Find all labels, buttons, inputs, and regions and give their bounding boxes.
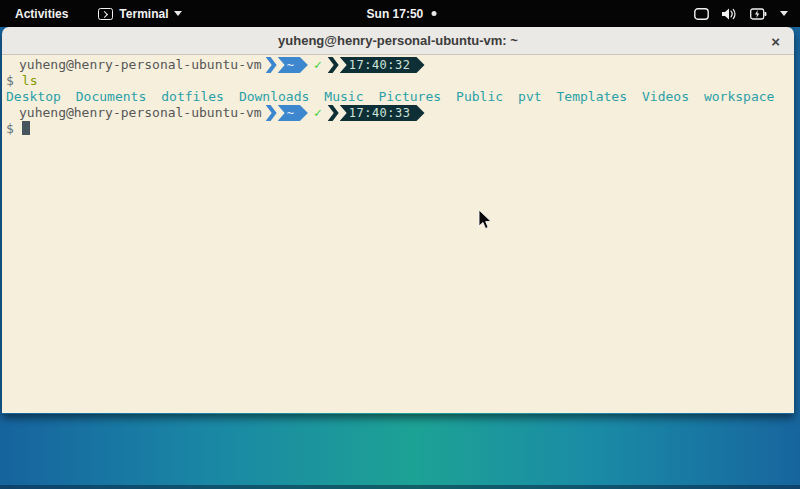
path-badge: ~ xyxy=(278,105,308,121)
file-entry: dotfiles xyxy=(161,89,224,104)
window-title: yuheng@henry-personal-ubuntu-vm: ~ xyxy=(278,33,518,48)
clock-label: Sun 17:50 xyxy=(367,7,424,21)
chevron-down-icon xyxy=(174,11,182,16)
powerline-chevron-icon xyxy=(266,57,277,73)
file-entry: Music xyxy=(324,89,363,104)
file-entry: Downloads xyxy=(239,89,309,104)
file-entry: Desktop xyxy=(6,89,61,104)
terminal-content[interactable]: yuheng@henry-personal-ubuntu-vm ~ ✓ 17:4… xyxy=(2,55,794,413)
app-menu-label: Terminal xyxy=(119,7,168,21)
clock[interactable]: Sun 17:50 xyxy=(367,7,437,21)
desktop-background: { "top_bar": { "activities_label": "Acti… xyxy=(0,0,800,489)
activities-button[interactable]: Activities xyxy=(11,5,72,23)
titlebar[interactable]: yuheng@henry-personal-ubuntu-vm: ~ × xyxy=(2,27,794,55)
top-bar: Activities Terminal Sun 17:50 xyxy=(0,0,800,27)
file-entry: Videos xyxy=(642,89,689,104)
time-badge: 17:40:32 xyxy=(340,57,425,73)
time-badge: 17:40:33 xyxy=(340,105,425,121)
file-entry: Public xyxy=(456,89,503,104)
tray-chevron-icon xyxy=(780,11,788,16)
mouse-cursor xyxy=(478,209,493,230)
prompt-status-check-icon: ✓ xyxy=(314,105,322,121)
file-entry: Pictures xyxy=(378,89,441,104)
path-badge: ~ xyxy=(278,57,308,73)
notification-dot xyxy=(431,11,436,16)
prompt-status-check-icon: ✓ xyxy=(314,57,322,73)
terminal-window: yuheng@henry-personal-ubuntu-vm: ~ × yuh… xyxy=(2,27,794,414)
system-tray[interactable] xyxy=(690,0,792,27)
prompt-line-2: yuheng@henry-personal-ubuntu-vm ~ ✓ 17:4… xyxy=(6,105,794,121)
powerline-chevron-icon xyxy=(328,105,339,121)
command-text: ls xyxy=(22,73,38,88)
desktop-bottom-strip xyxy=(0,485,800,489)
prompt-user: yuheng@henry-personal-ubuntu-vm xyxy=(19,105,262,121)
screencast-icon xyxy=(694,8,709,20)
file-entry: pvt xyxy=(518,89,541,104)
terminal-app-icon xyxy=(98,8,113,20)
battery-icon xyxy=(750,8,767,20)
close-button[interactable]: × xyxy=(771,33,780,48)
file-entry: Documents xyxy=(76,89,146,104)
prompt-line-1: yuheng@henry-personal-ubuntu-vm ~ ✓ 17:4… xyxy=(6,57,794,73)
ls-output: DesktopDocumentsdotfilesDownloadsMusicPi… xyxy=(6,89,794,105)
powerline-chevron-icon xyxy=(266,105,277,121)
prompt-user: yuheng@henry-personal-ubuntu-vm xyxy=(19,57,262,73)
prompt-symbol: $ xyxy=(6,73,14,88)
command-line: $ls xyxy=(6,73,794,89)
file-entry: workspace xyxy=(704,89,774,104)
prompt-symbol: $ xyxy=(6,121,14,136)
file-entry: Templates xyxy=(557,89,627,104)
input-line[interactable]: $ xyxy=(6,121,794,137)
volume-icon xyxy=(722,8,737,20)
cursor-block xyxy=(22,121,30,135)
app-menu[interactable]: Terminal xyxy=(98,7,182,21)
powerline-chevron-icon xyxy=(328,57,339,73)
